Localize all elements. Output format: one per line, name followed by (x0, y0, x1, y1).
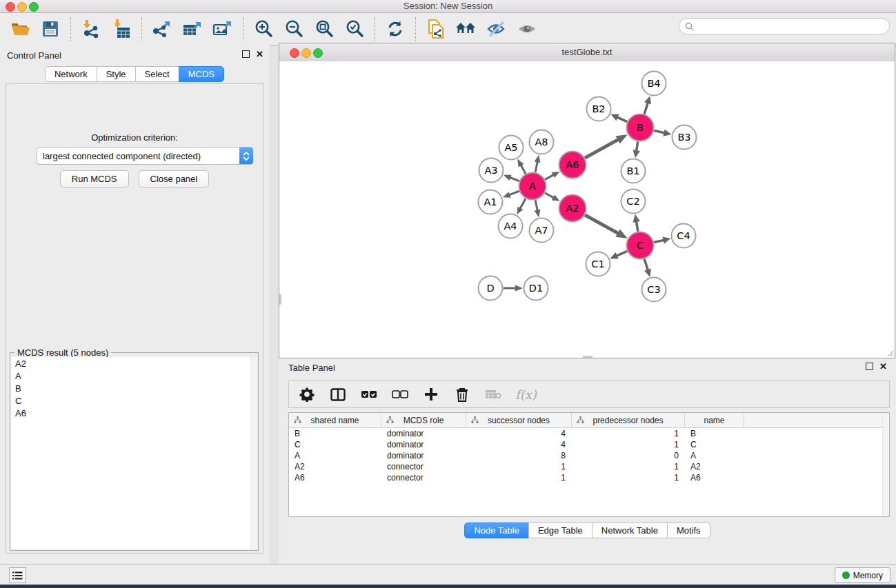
table-row[interactable]: Adominator80A (289, 450, 889, 461)
table-cell[interactable]: A6 (289, 473, 381, 483)
result-item[interactable]: B (11, 382, 257, 394)
column-header-predecessor-nodes[interactable]: predecessor nodes (572, 413, 685, 427)
zoom-out-icon[interactable] (283, 18, 305, 40)
task-history-button[interactable] (9, 567, 26, 583)
result-item[interactable]: A (11, 369, 257, 382)
memory-button[interactable]: Memory (835, 567, 890, 583)
criterion-dropdown[interactable]: largest connected component (directed) (37, 147, 253, 165)
table-cell[interactable]: 4 (466, 440, 572, 449)
column-header-successor-nodes[interactable]: successor nodes (466, 413, 572, 427)
edge-A-A3[interactable] (509, 177, 519, 181)
table-cell[interactable]: connector (381, 473, 466, 483)
table-cell[interactable]: 1 (572, 473, 685, 483)
export-table-icon[interactable] (181, 18, 203, 40)
refresh-layout-icon[interactable] (384, 18, 406, 40)
node-table[interactable]: shared nameMCDS rolesuccessor nodesprede… (288, 412, 890, 517)
column-header-MCDS-role[interactable]: MCDS role (381, 413, 466, 427)
tab-node-table[interactable]: Node Table (464, 523, 529, 538)
function-builder-icon[interactable]: f(x) (515, 387, 537, 402)
canvas-hscroll-thumb[interactable] (583, 356, 593, 358)
delete-table-icon[interactable] (484, 385, 502, 403)
add-column-icon[interactable] (422, 385, 440, 403)
table-cell[interactable]: C (685, 440, 744, 449)
tab-network-table[interactable]: Network Table (592, 523, 668, 538)
edge-A6-B[interactable] (585, 139, 619, 158)
edge-B-B2[interactable] (617, 117, 628, 122)
edge-A2-C[interactable] (585, 215, 619, 234)
table-row[interactable]: A6connector11A6 (289, 472, 889, 483)
zoom-selected-icon[interactable] (344, 18, 366, 40)
close-window-button[interactable] (6, 2, 15, 12)
show-columns-icon[interactable] (329, 385, 347, 403)
table-cell[interactable]: dominator (381, 429, 466, 438)
table-cell[interactable]: dominator (381, 440, 466, 449)
net-zoom-button[interactable] (313, 48, 323, 58)
edge-A-A8[interactable] (535, 161, 537, 172)
tab-network[interactable]: Network (45, 66, 97, 82)
deselect-all-columns-icon[interactable] (391, 385, 409, 403)
close-panel-icon[interactable]: ✕ (256, 51, 263, 57)
edge-C-C4[interactable] (654, 240, 664, 242)
export-image-icon[interactable] (212, 18, 234, 40)
show-all-icon[interactable] (516, 18, 538, 40)
zoom-fit-icon[interactable] (313, 18, 335, 40)
edge-A-A5[interactable] (521, 164, 526, 174)
edge-A-A2[interactable] (545, 193, 555, 199)
import-network-icon[interactable] (80, 18, 102, 40)
result-item[interactable]: A2 (11, 357, 257, 369)
table-row[interactable]: Bdominator41B (289, 428, 889, 439)
table-cell[interactable]: C (289, 440, 381, 449)
tab-motifs[interactable]: Motifs (667, 523, 710, 538)
table-row[interactable]: Cdominator41C (289, 439, 889, 450)
table-cell[interactable]: A2 (685, 462, 744, 472)
table-scrollbar[interactable] (882, 413, 889, 516)
tab-select[interactable]: Select (135, 66, 179, 82)
result-item[interactable]: A6 (11, 407, 257, 419)
table-cell[interactable]: 1 (572, 440, 685, 449)
network-canvas[interactable]: B4B2BB3A8A5A6A3B1AA1C2A2A4A7C4CC1C3DD1 (279, 61, 895, 358)
zoom-window-button[interactable] (29, 2, 39, 12)
new-network-from-selection-icon[interactable] (425, 18, 447, 40)
table-cell[interactable]: 1 (572, 429, 685, 438)
tab-edge-table[interactable]: Edge Table (528, 523, 593, 538)
float-panel-icon[interactable] (242, 50, 250, 58)
search-field[interactable] (679, 18, 890, 34)
edge-A-A7[interactable] (535, 200, 537, 211)
delete-column-icon[interactable] (453, 385, 471, 403)
canvas-vscroll-thumb[interactable] (279, 294, 281, 305)
import-table-icon[interactable] (110, 18, 132, 40)
network-window-titlebar[interactable]: testGlobe.txt (279, 43, 895, 62)
mcds-result-list[interactable]: A2ABCA6 (11, 357, 257, 549)
table-cell[interactable]: A (685, 451, 744, 460)
result-scrollbar[interactable] (250, 357, 257, 549)
edge-C-C2[interactable] (636, 221, 637, 232)
table-cell[interactable]: B (685, 429, 744, 438)
table-cell[interactable]: connector (381, 462, 466, 472)
hide-selected-icon[interactable] (486, 18, 508, 40)
table-cell[interactable]: 8 (466, 451, 572, 460)
table-row[interactable]: A2connector11A2 (289, 461, 889, 472)
open-session-icon[interactable] (9, 18, 31, 40)
edge-B-B3[interactable] (654, 130, 665, 133)
table-cell[interactable]: A6 (685, 473, 744, 483)
float-table-panel-icon[interactable] (866, 363, 873, 370)
table-cell[interactable]: 1 (466, 473, 572, 483)
edge-C-C3[interactable] (644, 259, 648, 272)
edge-C-C1[interactable] (616, 251, 627, 256)
close-panel-button[interactable]: Close panel (139, 170, 210, 187)
table-cell[interactable]: 4 (466, 429, 572, 438)
net-close-button[interactable] (290, 48, 299, 58)
column-header-name[interactable]: name (685, 413, 744, 427)
tab-mcds[interactable]: MCDS (179, 66, 224, 82)
table-settings-icon[interactable] (298, 385, 316, 403)
table-cell[interactable]: dominator (381, 451, 466, 460)
table-cell[interactable]: A (289, 451, 381, 460)
edge-A-A1[interactable] (508, 191, 519, 195)
network-graph[interactable]: B4B2BB3A8A5A6A3B1AA1C2A2A4A7C4CC1C3DD1 (279, 61, 895, 358)
table-cell[interactable]: 1 (572, 462, 685, 472)
result-item[interactable]: C (11, 394, 257, 407)
edge-B-B1[interactable] (636, 141, 637, 152)
table-cell[interactable]: B (289, 429, 381, 438)
search-input[interactable] (694, 21, 869, 32)
table-cell[interactable]: 0 (572, 451, 685, 460)
